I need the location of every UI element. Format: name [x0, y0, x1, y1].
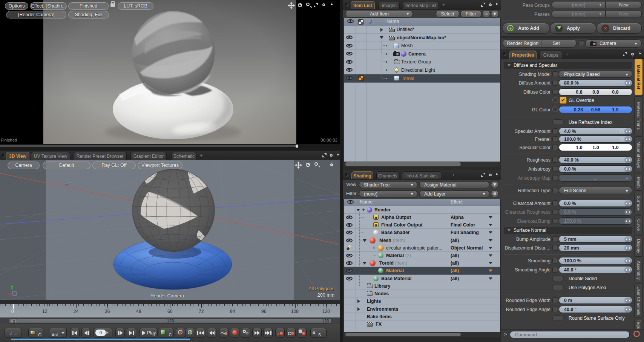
- svg-text:Z: Z: [17, 295, 19, 299]
- svg-text:X: X: [7, 292, 9, 296]
- svg-text:Y: Y: [11, 286, 13, 290]
